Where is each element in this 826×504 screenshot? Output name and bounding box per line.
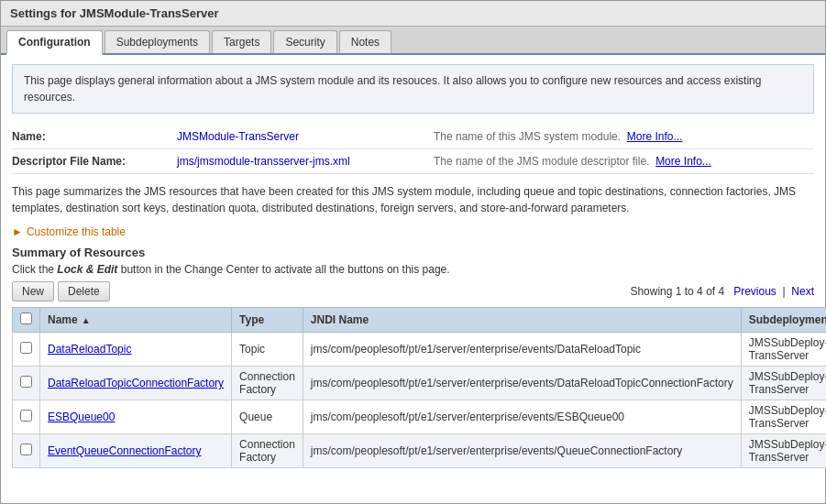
table-row: DataReloadTopicTopicjms/com/peoplesoft/p… [13,333,827,367]
info-box: This page displays general information a… [12,64,814,114]
row-jndi: jms/com/peoplesoft/pt/e1/server/enterpri… [303,333,741,367]
tab-configuration[interactable]: Configuration [6,30,103,55]
row-name-link[interactable]: EventQueueConnectionFactory [48,444,201,457]
name-label: Name: [12,130,177,143]
tab-notes[interactable]: Notes [339,30,391,53]
row-jndi: jms/com/peoplesoft/pt/e1/server/enterpri… [303,400,741,434]
pager-text: Showing 1 to 4 of 4 [630,285,724,298]
field-row-name: Name: JMSModule-TransServer The name of … [12,125,814,149]
row-jndi: jms/com/peoplesoft/pt/e1/server/enterpri… [303,367,741,400]
row-checkbox[interactable] [20,376,32,388]
section-title: Summary of Resources [12,246,814,259]
descriptor-label: Descriptor File Name: [12,155,177,168]
name-more-info-link[interactable]: More Info... [627,130,683,143]
delete-button[interactable]: Delete [58,281,110,301]
name-value: JMSModule-TransServer [177,130,415,143]
tab-targets[interactable]: Targets [212,30,271,53]
row-jndi: jms/com/peoplesoft/pt/e1/server/enterpri… [303,434,741,468]
summary-text: This page summarizes the JMS resources t… [12,183,814,216]
customize-arrow-icon: ► [12,225,23,238]
row-name-link[interactable]: DataReloadTopic [48,343,131,356]
row-name-link[interactable]: DataReloadTopicConnectionFactory [48,377,224,389]
tab-security[interactable]: Security [273,30,336,53]
row-type: Connection Factory [232,434,303,468]
next-link[interactable]: Next [791,285,814,298]
row-type: Topic [232,333,303,367]
row-subdeployment: JMSSubDeploy-TransServer [741,367,826,400]
table-row: DataReloadTopicConnectionFactoryConnecti… [13,367,827,400]
pager: Showing 1 to 4 of 4 Previous | Next [630,285,814,298]
toolbar-actions: New Delete [12,281,110,301]
th-type: Type [232,308,303,333]
customize-table-link[interactable]: ► Customize this table [12,225,814,238]
descriptor-desc: The name of the JMS module descriptor fi… [434,155,711,168]
select-all-checkbox[interactable] [20,312,32,324]
customize-label: Customize this table [27,225,126,238]
info-text: This page displays general information a… [24,74,761,104]
row-checkbox[interactable] [20,444,32,455]
th-checkbox [13,308,40,333]
title-bar: Settings for JMSModule-TransServer [1,1,825,27]
tab-subdeployments[interactable]: Subdeployments [105,30,210,53]
main-window: Settings for JMSModule-TransServer Confi… [0,0,826,504]
row-type: Queue [232,400,303,434]
th-name: Name ▲ [40,308,232,333]
th-subdeployment: Subdeployment [741,308,826,333]
row-subdeployment: JMSSubDeploy-TransServer [741,333,826,367]
field-row-descriptor: Descriptor File Name: jms/jmsmodule-tran… [12,149,814,174]
name-sort-icon[interactable]: ▲ [82,315,91,325]
row-subdeployment: JMSSubDeploy-TransServer [741,400,826,434]
table-header-row: Name ▲ Type JNDI Name Subdeployment Targ… [13,308,827,333]
row-subdeployment: JMSSubDeploy-TransServer [741,434,826,468]
window-title: Settings for JMSModule-TransServer [10,6,219,20]
row-type: Connection Factory [232,367,303,400]
th-jndi: JNDI Name [303,308,741,333]
new-button[interactable]: New [12,281,54,301]
row-checkbox[interactable] [20,410,32,422]
name-desc: The name of this JMS system module. More… [434,130,682,143]
table-row: ESBQueue00Queuejms/com/peoplesoft/pt/e1/… [13,400,827,434]
row-name-link[interactable]: ESBQueue00 [48,411,115,423]
table-row: EventQueueConnectionFactoryConnection Fa… [13,434,827,468]
resources-table: Name ▲ Type JNDI Name Subdeployment Targ… [12,307,826,468]
descriptor-value: jms/jmsmodule-transserver-jms.xml [177,155,415,168]
row-checkbox[interactable] [20,342,32,354]
previous-link[interactable]: Previous [733,285,776,298]
content-area: This page displays general information a… [1,55,825,477]
tab-bar: Configuration Subdeployments Targets Sec… [1,27,825,55]
instructions-text: Click the Lock & Edit button in the Chan… [12,263,814,276]
table-toolbar: New Delete Showing 1 to 4 of 4 Previous … [12,281,814,301]
descriptor-more-info-link[interactable]: More Info... [655,155,711,168]
